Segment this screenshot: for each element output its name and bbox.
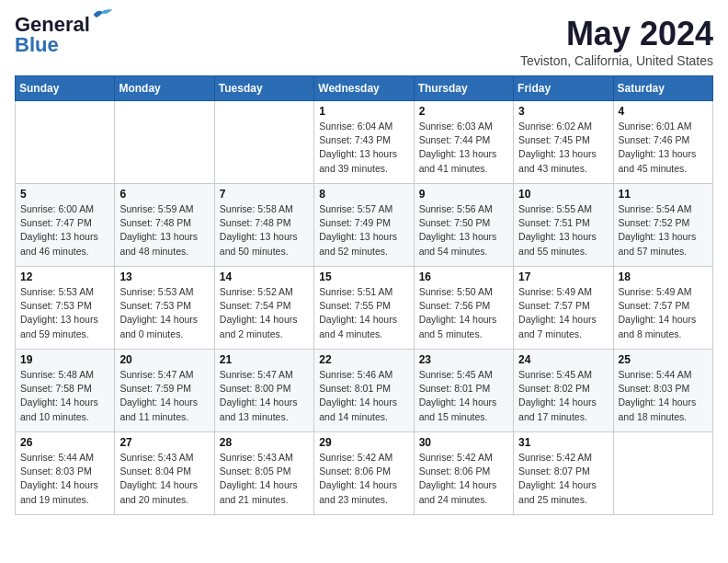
sunset-text: Sunset: 7:48 PM [119, 216, 209, 230]
calendar-cell: 23Sunrise: 5:45 AMSunset: 8:01 PMDayligh… [414, 350, 513, 432]
day-info: Sunrise: 6:02 AMSunset: 7:45 PMDaylight:… [518, 120, 608, 176]
day-number: 10 [518, 188, 608, 201]
day-info: Sunrise: 5:54 AMSunset: 7:52 PMDaylight:… [619, 202, 708, 259]
daylight-text: Daylight: 14 hours and 21 minutes. [220, 478, 309, 506]
calendar-table: SundayMondayTuesdayWednesdayThursdayFrid… [15, 75, 713, 515]
sunset-text: Sunset: 8:03 PM [619, 382, 708, 396]
sunset-text: Sunset: 8:00 PM [220, 382, 309, 396]
daylight-text: Daylight: 14 hours and 23 minutes. [319, 478, 408, 506]
calendar-cell: 28Sunrise: 5:43 AMSunset: 8:05 PMDayligh… [214, 432, 313, 515]
sunrise-text: Sunrise: 5:51 AM [319, 285, 408, 299]
calendar-cell: 1Sunrise: 6:04 AMSunset: 7:43 PMDaylight… [314, 101, 414, 184]
calendar-cell: 21Sunrise: 5:47 AMSunset: 8:00 PMDayligh… [214, 350, 313, 432]
calendar-cell [214, 101, 313, 184]
sunrise-text: Sunrise: 5:54 AM [619, 202, 708, 216]
day-number: 22 [319, 353, 408, 366]
day-number: 21 [220, 353, 309, 366]
calendar-cell: 12Sunrise: 5:53 AMSunset: 7:53 PMDayligh… [16, 267, 115, 350]
calendar-cell [613, 432, 712, 515]
calendar-cell: 15Sunrise: 5:51 AMSunset: 7:55 PMDayligh… [314, 267, 414, 350]
day-number: 17 [518, 270, 608, 283]
header-monday: Monday [115, 76, 214, 101]
sunrise-text: Sunrise: 5:44 AM [20, 451, 109, 465]
daylight-text: Daylight: 14 hours and 8 minutes. [619, 313, 708, 340]
sunrise-text: Sunrise: 5:56 AM [419, 202, 508, 216]
sunrise-text: Sunrise: 5:59 AM [119, 202, 209, 216]
day-number: 15 [319, 270, 408, 283]
day-number: 26 [20, 436, 109, 449]
sunset-text: Sunset: 8:05 PM [220, 465, 309, 478]
day-number: 30 [419, 436, 508, 449]
calendar-cell: 31Sunrise: 5:42 AMSunset: 8:07 PMDayligh… [514, 432, 613, 515]
daylight-text: Daylight: 14 hours and 11 minutes. [119, 396, 209, 423]
sunrise-text: Sunrise: 6:03 AM [419, 120, 508, 133]
calendar-week-row: 5Sunrise: 6:00 AMSunset: 7:47 PMDaylight… [16, 184, 713, 267]
day-info: Sunrise: 5:51 AMSunset: 7:55 PMDaylight:… [319, 285, 408, 341]
daylight-text: Daylight: 14 hours and 5 minutes. [419, 313, 508, 340]
sunset-text: Sunset: 7:54 PM [220, 299, 309, 313]
day-info: Sunrise: 5:42 AMSunset: 8:06 PMDaylight:… [319, 451, 408, 507]
day-info: Sunrise: 6:04 AMSunset: 7:43 PMDaylight:… [319, 120, 408, 176]
daylight-text: Daylight: 14 hours and 24 minutes. [419, 478, 508, 506]
sunrise-text: Sunrise: 5:48 AM [20, 368, 109, 382]
day-info: Sunrise: 5:57 AMSunset: 7:49 PMDaylight:… [319, 202, 408, 259]
day-number: 23 [419, 353, 508, 366]
daylight-text: Daylight: 14 hours and 14 minutes. [319, 396, 408, 423]
sunrise-text: Sunrise: 6:00 AM [20, 202, 109, 216]
daylight-text: Daylight: 13 hours and 50 minutes. [220, 230, 309, 258]
sunset-text: Sunset: 7:49 PM [319, 216, 408, 230]
calendar-cell: 29Sunrise: 5:42 AMSunset: 8:06 PMDayligh… [314, 432, 414, 515]
daylight-text: Daylight: 13 hours and 54 minutes. [419, 230, 508, 258]
calendar-cell: 9Sunrise: 5:56 AMSunset: 7:50 PMDaylight… [414, 184, 513, 267]
calendar-cell: 6Sunrise: 5:59 AMSunset: 7:48 PMDaylight… [115, 184, 214, 267]
day-number: 16 [419, 270, 508, 283]
sunrise-text: Sunrise: 5:43 AM [220, 451, 309, 465]
day-info: Sunrise: 5:49 AMSunset: 7:57 PMDaylight:… [619, 285, 708, 341]
day-number: 31 [518, 436, 608, 449]
header-wednesday: Wednesday [314, 76, 414, 101]
sunset-text: Sunset: 7:55 PM [319, 299, 408, 313]
calendar-week-row: 19Sunrise: 5:48 AMSunset: 7:58 PMDayligh… [16, 350, 713, 432]
day-number: 18 [619, 270, 708, 283]
sunset-text: Sunset: 7:44 PM [419, 133, 508, 147]
sunset-text: Sunset: 8:02 PM [518, 382, 608, 396]
sunrise-text: Sunrise: 5:47 AM [119, 368, 209, 382]
day-info: Sunrise: 5:50 AMSunset: 7:56 PMDaylight:… [419, 285, 508, 341]
calendar-cell: 3Sunrise: 6:02 AMSunset: 7:45 PMDaylight… [514, 101, 613, 184]
sunset-text: Sunset: 7:43 PM [319, 133, 408, 147]
calendar-week-row: 12Sunrise: 5:53 AMSunset: 7:53 PMDayligh… [16, 267, 713, 350]
day-number: 8 [319, 188, 408, 201]
day-number: 5 [20, 188, 109, 201]
calendar-cell: 2Sunrise: 6:03 AMSunset: 7:44 PMDaylight… [414, 101, 513, 184]
day-number: 14 [220, 270, 309, 283]
sunset-text: Sunset: 7:59 PM [119, 382, 209, 396]
header-thursday: Thursday [414, 76, 513, 101]
daylight-text: Daylight: 13 hours and 57 minutes. [619, 230, 708, 258]
day-info: Sunrise: 5:46 AMSunset: 8:01 PMDaylight:… [319, 368, 408, 424]
calendar-cell: 27Sunrise: 5:43 AMSunset: 8:04 PMDayligh… [115, 432, 214, 515]
calendar-cell: 8Sunrise: 5:57 AMSunset: 7:49 PMDaylight… [314, 184, 414, 267]
calendar-cell: 30Sunrise: 5:42 AMSunset: 8:06 PMDayligh… [414, 432, 513, 515]
calendar-cell: 4Sunrise: 6:01 AMSunset: 7:46 PMDaylight… [613, 101, 712, 184]
sunrise-text: Sunrise: 6:01 AM [619, 120, 708, 133]
sunset-text: Sunset: 7:57 PM [619, 299, 708, 313]
sunset-text: Sunset: 7:58 PM [20, 382, 109, 396]
day-number: 9 [419, 188, 508, 201]
daylight-text: Daylight: 13 hours and 59 minutes. [20, 313, 109, 340]
sunrise-text: Sunrise: 5:47 AM [220, 368, 309, 382]
logo-blue: Blue [15, 33, 59, 56]
day-info: Sunrise: 5:49 AMSunset: 7:57 PMDaylight:… [518, 285, 608, 341]
sunrise-text: Sunrise: 6:02 AM [518, 120, 608, 133]
day-info: Sunrise: 5:55 AMSunset: 7:51 PMDaylight:… [518, 202, 608, 259]
sunrise-text: Sunrise: 5:50 AM [419, 285, 508, 299]
sunrise-text: Sunrise: 5:58 AM [220, 202, 309, 216]
day-number: 12 [20, 270, 109, 283]
day-info: Sunrise: 5:42 AMSunset: 8:07 PMDaylight:… [518, 451, 608, 507]
calendar-cell [16, 101, 115, 184]
daylight-text: Daylight: 13 hours and 46 minutes. [20, 230, 109, 258]
sunrise-text: Sunrise: 5:55 AM [518, 202, 608, 216]
sunrise-text: Sunrise: 5:49 AM [619, 285, 708, 299]
day-number: 2 [419, 105, 508, 118]
daylight-text: Daylight: 13 hours and 52 minutes. [319, 230, 408, 258]
day-info: Sunrise: 6:03 AMSunset: 7:44 PMDaylight:… [419, 120, 508, 176]
